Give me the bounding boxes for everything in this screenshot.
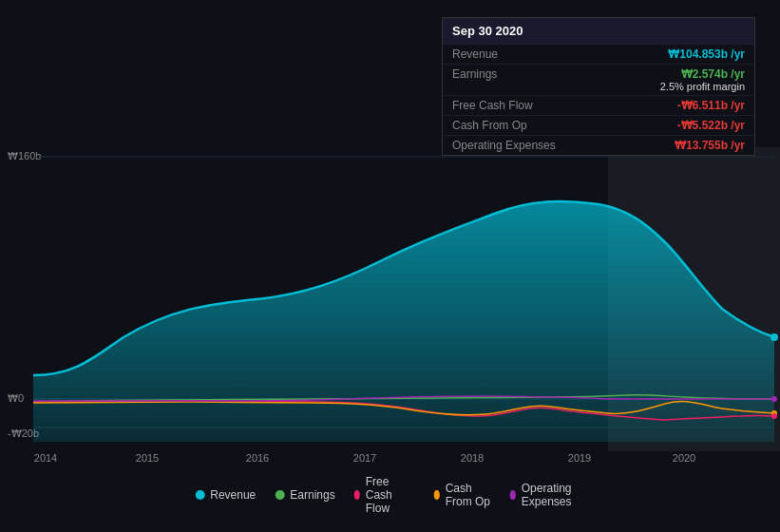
legend-revenue-dot bbox=[195, 490, 204, 500]
x-axis-label: 2015 bbox=[136, 452, 159, 464]
tooltip-row: Free Cash Flow-₩6.511b /yr bbox=[443, 95, 754, 115]
x-axis-label: 2019 bbox=[568, 452, 591, 464]
tooltip-row: Operating Expenses₩13.755b /yr bbox=[443, 135, 754, 155]
legend-opex[interactable]: Operating Expenses bbox=[510, 482, 585, 508]
tooltip-row: Cash From Op-₩5.522b /yr bbox=[443, 115, 754, 135]
x-axis-area: 2014201520162017201820192020 bbox=[0, 445, 780, 464]
svg-point-6 bbox=[771, 396, 777, 402]
tooltip-header: Sep 30 2020 bbox=[443, 18, 754, 44]
legend-cfo[interactable]: Cash From Op bbox=[434, 482, 491, 508]
legend-earnings[interactable]: Earnings bbox=[275, 488, 334, 502]
legend: RevenueEarningsFree Cash FlowCash From O… bbox=[195, 475, 585, 515]
legend-revenue[interactable]: Revenue bbox=[195, 488, 256, 502]
legend-earnings-dot bbox=[275, 490, 284, 500]
legend-cfo-dot bbox=[434, 490, 440, 500]
tooltip-row: Earnings₩2.574b /yr2.5% profit margin bbox=[443, 64, 754, 95]
chart-container: Sep 30 2020 Revenue₩104.853b /yrEarnings… bbox=[0, 0, 780, 532]
x-axis-label: 2016 bbox=[246, 452, 269, 464]
x-axis-label: 2017 bbox=[353, 452, 376, 464]
x-axis-label: 2020 bbox=[673, 452, 695, 464]
x-axis-label: 2018 bbox=[461, 452, 484, 464]
tooltip-box: Sep 30 2020 Revenue₩104.853b /yrEarnings… bbox=[442, 17, 755, 156]
legend-fcf-dot bbox=[354, 490, 360, 500]
main-chart bbox=[0, 147, 780, 451]
legend-fcf[interactable]: Free Cash Flow bbox=[354, 475, 415, 515]
svg-point-5 bbox=[771, 413, 777, 419]
legend-opex-dot bbox=[510, 490, 516, 500]
tooltip-row: Revenue₩104.853b /yr bbox=[443, 44, 754, 64]
svg-point-3 bbox=[770, 333, 778, 341]
x-axis-label: 2014 bbox=[34, 452, 57, 464]
